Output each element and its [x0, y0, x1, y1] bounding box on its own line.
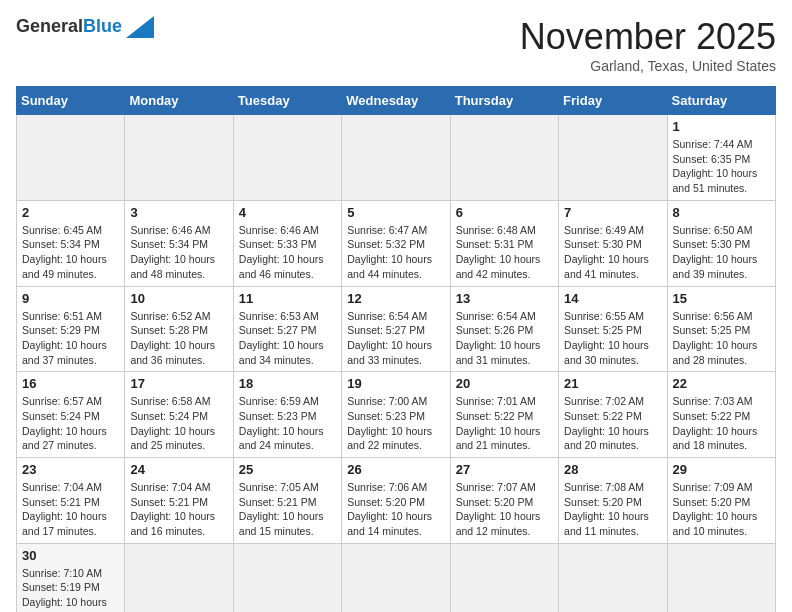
calendar-cell: 13Sunrise: 6:54 AMSunset: 5:26 PMDayligh…	[450, 286, 558, 372]
day-number: 19	[347, 376, 444, 391]
page-header: GeneralBlue November 2025 Garland, Texas…	[16, 16, 776, 74]
day-number: 15	[673, 291, 770, 306]
calendar-cell: 25Sunrise: 7:05 AMSunset: 5:21 PMDayligh…	[233, 458, 341, 544]
day-info: Sunrise: 6:57 AMSunset: 5:24 PMDaylight:…	[22, 394, 119, 453]
calendar-table: SundayMondayTuesdayWednesdayThursdayFrid…	[16, 86, 776, 612]
calendar-cell: 2Sunrise: 6:45 AMSunset: 5:34 PMDaylight…	[17, 200, 125, 286]
calendar-cell	[667, 543, 775, 612]
calendar-cell: 27Sunrise: 7:07 AMSunset: 5:20 PMDayligh…	[450, 458, 558, 544]
calendar-cell: 22Sunrise: 7:03 AMSunset: 5:22 PMDayligh…	[667, 372, 775, 458]
day-info: Sunrise: 6:58 AMSunset: 5:24 PMDaylight:…	[130, 394, 227, 453]
day-number: 28	[564, 462, 661, 477]
location: Garland, Texas, United States	[520, 58, 776, 74]
day-info: Sunrise: 7:01 AMSunset: 5:22 PMDaylight:…	[456, 394, 553, 453]
calendar-cell	[559, 115, 667, 201]
calendar-cell: 3Sunrise: 6:46 AMSunset: 5:34 PMDaylight…	[125, 200, 233, 286]
calendar-week-5: 30Sunrise: 7:10 AMSunset: 5:19 PMDayligh…	[17, 543, 776, 612]
day-info: Sunrise: 6:47 AMSunset: 5:32 PMDaylight:…	[347, 223, 444, 282]
day-number: 13	[456, 291, 553, 306]
day-info: Sunrise: 7:04 AMSunset: 5:21 PMDaylight:…	[22, 480, 119, 539]
day-number: 23	[22, 462, 119, 477]
weekday-header-saturday: Saturday	[667, 87, 775, 115]
calendar-cell	[125, 543, 233, 612]
weekday-header-monday: Monday	[125, 87, 233, 115]
calendar-cell: 17Sunrise: 6:58 AMSunset: 5:24 PMDayligh…	[125, 372, 233, 458]
day-number: 30	[22, 548, 119, 563]
day-info: Sunrise: 6:45 AMSunset: 5:34 PMDaylight:…	[22, 223, 119, 282]
day-number: 5	[347, 205, 444, 220]
day-number: 10	[130, 291, 227, 306]
day-number: 8	[673, 205, 770, 220]
day-number: 9	[22, 291, 119, 306]
day-info: Sunrise: 7:03 AMSunset: 5:22 PMDaylight:…	[673, 394, 770, 453]
calendar-cell	[342, 115, 450, 201]
day-info: Sunrise: 7:10 AMSunset: 5:19 PMDaylight:…	[22, 566, 119, 612]
svg-marker-0	[126, 16, 154, 38]
day-number: 25	[239, 462, 336, 477]
day-number: 14	[564, 291, 661, 306]
day-info: Sunrise: 6:54 AMSunset: 5:26 PMDaylight:…	[456, 309, 553, 368]
calendar-cell: 11Sunrise: 6:53 AMSunset: 5:27 PMDayligh…	[233, 286, 341, 372]
day-info: Sunrise: 7:44 AMSunset: 6:35 PMDaylight:…	[673, 137, 770, 196]
day-number: 18	[239, 376, 336, 391]
day-info: Sunrise: 7:07 AMSunset: 5:20 PMDaylight:…	[456, 480, 553, 539]
day-number: 2	[22, 205, 119, 220]
day-number: 11	[239, 291, 336, 306]
calendar-week-2: 9Sunrise: 6:51 AMSunset: 5:29 PMDaylight…	[17, 286, 776, 372]
day-number: 27	[456, 462, 553, 477]
day-info: Sunrise: 7:09 AMSunset: 5:20 PMDaylight:…	[673, 480, 770, 539]
weekday-header-friday: Friday	[559, 87, 667, 115]
day-number: 24	[130, 462, 227, 477]
day-number: 4	[239, 205, 336, 220]
day-info: Sunrise: 6:53 AMSunset: 5:27 PMDaylight:…	[239, 309, 336, 368]
calendar-cell: 19Sunrise: 7:00 AMSunset: 5:23 PMDayligh…	[342, 372, 450, 458]
calendar-cell: 9Sunrise: 6:51 AMSunset: 5:29 PMDaylight…	[17, 286, 125, 372]
calendar-cell	[559, 543, 667, 612]
day-info: Sunrise: 6:52 AMSunset: 5:28 PMDaylight:…	[130, 309, 227, 368]
weekday-header-tuesday: Tuesday	[233, 87, 341, 115]
weekday-header-row: SundayMondayTuesdayWednesdayThursdayFrid…	[17, 87, 776, 115]
calendar-cell: 24Sunrise: 7:04 AMSunset: 5:21 PMDayligh…	[125, 458, 233, 544]
calendar-cell: 4Sunrise: 6:46 AMSunset: 5:33 PMDaylight…	[233, 200, 341, 286]
calendar-cell: 26Sunrise: 7:06 AMSunset: 5:20 PMDayligh…	[342, 458, 450, 544]
calendar-cell: 15Sunrise: 6:56 AMSunset: 5:25 PMDayligh…	[667, 286, 775, 372]
day-number: 3	[130, 205, 227, 220]
day-info: Sunrise: 6:51 AMSunset: 5:29 PMDaylight:…	[22, 309, 119, 368]
day-info: Sunrise: 6:55 AMSunset: 5:25 PMDaylight:…	[564, 309, 661, 368]
calendar-week-0: 1Sunrise: 7:44 AMSunset: 6:35 PMDaylight…	[17, 115, 776, 201]
logo-icon	[126, 16, 154, 38]
calendar-cell: 23Sunrise: 7:04 AMSunset: 5:21 PMDayligh…	[17, 458, 125, 544]
calendar-cell: 29Sunrise: 7:09 AMSunset: 5:20 PMDayligh…	[667, 458, 775, 544]
calendar-cell: 30Sunrise: 7:10 AMSunset: 5:19 PMDayligh…	[17, 543, 125, 612]
calendar-cell: 8Sunrise: 6:50 AMSunset: 5:30 PMDaylight…	[667, 200, 775, 286]
weekday-header-thursday: Thursday	[450, 87, 558, 115]
calendar-cell: 5Sunrise: 6:47 AMSunset: 5:32 PMDaylight…	[342, 200, 450, 286]
logo: GeneralBlue	[16, 16, 154, 38]
day-info: Sunrise: 6:46 AMSunset: 5:34 PMDaylight:…	[130, 223, 227, 282]
calendar-cell: 20Sunrise: 7:01 AMSunset: 5:22 PMDayligh…	[450, 372, 558, 458]
day-info: Sunrise: 7:04 AMSunset: 5:21 PMDaylight:…	[130, 480, 227, 539]
day-info: Sunrise: 6:48 AMSunset: 5:31 PMDaylight:…	[456, 223, 553, 282]
calendar-cell: 18Sunrise: 6:59 AMSunset: 5:23 PMDayligh…	[233, 372, 341, 458]
day-number: 1	[673, 119, 770, 134]
calendar-cell: 14Sunrise: 6:55 AMSunset: 5:25 PMDayligh…	[559, 286, 667, 372]
day-number: 29	[673, 462, 770, 477]
day-info: Sunrise: 7:08 AMSunset: 5:20 PMDaylight:…	[564, 480, 661, 539]
day-info: Sunrise: 7:02 AMSunset: 5:22 PMDaylight:…	[564, 394, 661, 453]
calendar-cell	[450, 115, 558, 201]
calendar-cell	[233, 115, 341, 201]
weekday-header-sunday: Sunday	[17, 87, 125, 115]
day-info: Sunrise: 6:59 AMSunset: 5:23 PMDaylight:…	[239, 394, 336, 453]
logo-text: GeneralBlue	[16, 17, 122, 37]
day-number: 20	[456, 376, 553, 391]
calendar-cell: 12Sunrise: 6:54 AMSunset: 5:27 PMDayligh…	[342, 286, 450, 372]
calendar-cell: 28Sunrise: 7:08 AMSunset: 5:20 PMDayligh…	[559, 458, 667, 544]
calendar-week-1: 2Sunrise: 6:45 AMSunset: 5:34 PMDaylight…	[17, 200, 776, 286]
month-title: November 2025	[520, 16, 776, 58]
day-info: Sunrise: 6:46 AMSunset: 5:33 PMDaylight:…	[239, 223, 336, 282]
day-number: 26	[347, 462, 444, 477]
calendar-cell	[233, 543, 341, 612]
day-info: Sunrise: 7:00 AMSunset: 5:23 PMDaylight:…	[347, 394, 444, 453]
calendar-cell: 1Sunrise: 7:44 AMSunset: 6:35 PMDaylight…	[667, 115, 775, 201]
calendar-cell	[125, 115, 233, 201]
